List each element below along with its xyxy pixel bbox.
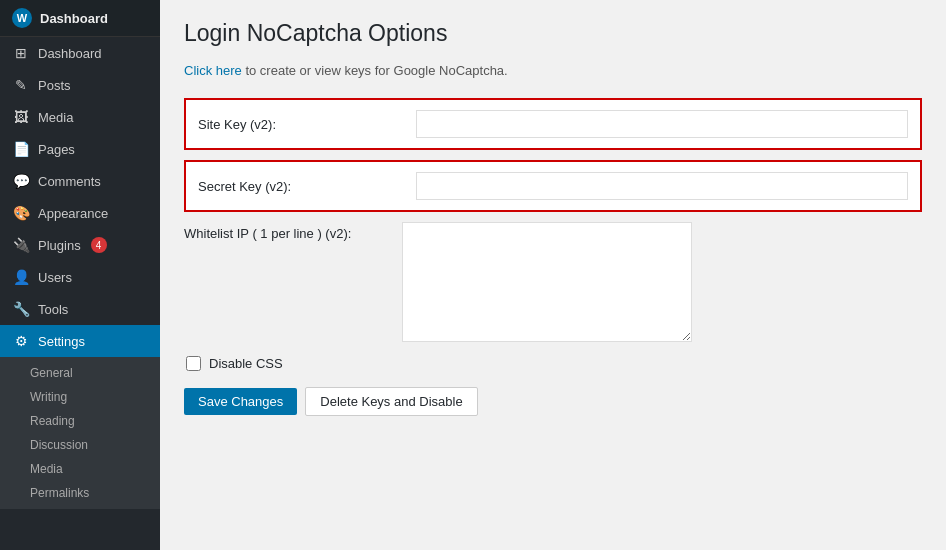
submenu-item-media[interactable]: Media [0,457,160,481]
submenu-item-reading[interactable]: Reading [0,409,160,433]
disable-css-row: Disable CSS [184,356,922,371]
info-text-rest: to create or view keys for Google NoCapt… [242,63,508,78]
sidebar-item-settings[interactable]: ⚙ Settings [0,325,160,357]
sidebar-item-label: Plugins [38,238,81,253]
delete-keys-button[interactable]: Delete Keys and Disable [305,387,477,416]
plugins-icon: 🔌 [12,237,30,253]
submenu-item-discussion[interactable]: Discussion [0,433,160,457]
page-title: Login NoCaptcha Options [184,20,922,47]
sidebar-item-media[interactable]: 🖼 Media [0,101,160,133]
posts-icon: ✎ [12,77,30,93]
submenu-item-writing[interactable]: Writing [0,385,160,409]
site-key-label: Site Key (v2): [198,117,408,132]
sidebar: W Dashboard ⊞ Dashboard ✎ Posts 🖼 Media … [0,0,160,550]
sidebar-logo: W Dashboard [0,0,160,37]
secret-key-row: Secret Key (v2): [184,160,922,212]
sidebar-item-label: Pages [38,142,75,157]
submenu-item-general[interactable]: General [0,361,160,385]
whitelist-label: Whitelist IP ( 1 per line ) (v2): [184,222,394,241]
sidebar-item-label: Settings [38,334,85,349]
sidebar-item-label: Tools [38,302,68,317]
comments-icon: 💬 [12,173,30,189]
sidebar-item-pages[interactable]: 📄 Pages [0,133,160,165]
sidebar-item-tools[interactable]: 🔧 Tools [0,293,160,325]
submenu-item-permalinks[interactable]: Permalinks [0,481,160,505]
sidebar-item-label: Posts [38,78,71,93]
appearance-icon: 🎨 [12,205,30,221]
users-icon: 👤 [12,269,30,285]
settings-submenu: General Writing Reading Discussion Media… [0,357,160,509]
disable-css-label: Disable CSS [209,356,283,371]
pages-icon: 📄 [12,141,30,157]
save-changes-button[interactable]: Save Changes [184,388,297,415]
sidebar-item-label: Comments [38,174,101,189]
settings-icon: ⚙ [12,333,30,349]
main-content: Login NoCaptcha Options Click here to cr… [160,0,946,550]
site-key-input[interactable] [416,110,908,138]
sidebar-item-label: Dashboard [38,46,102,61]
tools-icon: 🔧 [12,301,30,317]
sidebar-item-dashboard[interactable]: ⊞ Dashboard [0,37,160,69]
whitelist-row: Whitelist IP ( 1 per line ) (v2): [184,222,922,342]
wp-icon: W [12,8,32,28]
button-row: Save Changes Delete Keys and Disable [184,387,922,416]
plugins-badge: 4 [91,237,107,253]
sidebar-item-users[interactable]: 👤 Users [0,261,160,293]
secret-key-input[interactable] [416,172,908,200]
sidebar-item-appearance[interactable]: 🎨 Appearance [0,197,160,229]
sidebar-item-comments[interactable]: 💬 Comments [0,165,160,197]
media-icon: 🖼 [12,109,30,125]
whitelist-textarea[interactable] [402,222,692,342]
sidebar-item-plugins[interactable]: 🔌 Plugins 4 [0,229,160,261]
sidebar-item-posts[interactable]: ✎ Posts [0,69,160,101]
sidebar-item-label: Users [38,270,72,285]
secret-key-label: Secret Key (v2): [198,179,408,194]
dashboard-icon: ⊞ [12,45,30,61]
site-key-row: Site Key (v2): [184,98,922,150]
sidebar-logo-label: Dashboard [40,11,108,26]
disable-css-checkbox[interactable] [186,356,201,371]
sidebar-item-label: Appearance [38,206,108,221]
click-here-link[interactable]: Click here [184,63,242,78]
info-paragraph: Click here to create or view keys for Go… [184,63,922,78]
sidebar-item-label: Media [38,110,73,125]
